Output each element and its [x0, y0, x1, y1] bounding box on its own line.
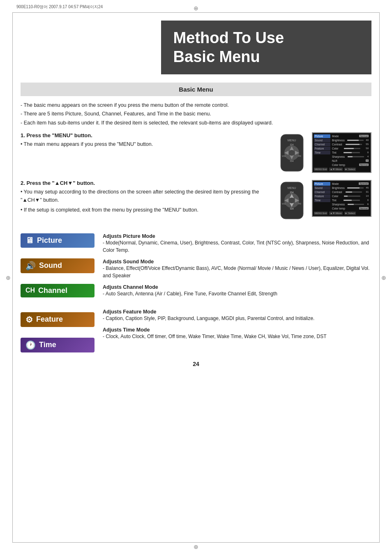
time-mode-button[interactable]: 🕐 Time [21, 338, 95, 352]
screen1-sb-time: Time [314, 151, 330, 154]
intro-line-2: - There are 5 items Picture, Sound, Chan… [21, 110, 371, 118]
step2-area: 2. Press the "▲CH▼" button. • You may se… [21, 180, 371, 221]
step1-screen: Picture Sound Channel Feature Time Mode … [312, 132, 371, 173]
modes-right-column: Adjusts Picture Mode - Mode(Normal, Dyna… [95, 233, 371, 352]
reg-mark-left: ⊕ [5, 274, 12, 281]
step2-title: 2. Press the "▲CH▼" button. [21, 180, 272, 186]
header-meta: 900E110-R0영어 2007.9.17 04:57 PM페이지24 [16, 4, 103, 10]
screen2-sb-sound: Sound [314, 186, 330, 190]
step2-bullet-1: • You may setup according to the directi… [21, 188, 272, 204]
screen2-sb-time: Time [314, 198, 330, 202]
svg-text:PR: PR [298, 155, 301, 157]
screen2-sb-channel: Channel [314, 190, 330, 194]
step1-area: 1. Press the "MENU" button. • The main m… [21, 132, 371, 173]
screen1-sb-channel: Channel [314, 143, 330, 146]
feature-desc-title: Adjusts Feature Mode [103, 309, 371, 315]
svg-text:CH: CH [290, 207, 294, 210]
sound-mode-button[interactable]: 🔊 Sound [21, 258, 95, 273]
time-desc-title: Adjusts Time Mode [103, 327, 371, 333]
modes-section: 🖥 Picture 🔊 Sound CH Channel ⚙ Feature 🕐 [21, 233, 371, 352]
time-label: Time [39, 341, 56, 349]
sound-desc: Adjusts Sound Mode - Balance, Effect(Off… [103, 259, 371, 279]
intro-line-3: - Each item has sub-items under it. If t… [21, 119, 371, 127]
screen2-sb-feature: Feature [314, 194, 330, 198]
picture-desc-title: Adjusts Picture Mode [103, 233, 371, 239]
remote-svg-1: MENU VOL PR CH CH [279, 132, 305, 173]
step1-remote: MENU VOL PR CH CH [279, 132, 305, 173]
step2-bullet-2: • If the setup is completed, exit from t… [21, 206, 272, 214]
svg-text:CH: CH [290, 191, 294, 193]
picture-desc-text: - Mode(Normal, Dynamic, Cinema, User), B… [103, 239, 371, 254]
svg-text:PR: PR [298, 203, 301, 205]
channel-desc-text: - Auto Search, Antenna (Air / Cable), Fi… [103, 290, 371, 297]
svg-text:CH: CH [290, 160, 294, 162]
picture-icon: 🖥 [25, 236, 34, 245]
picture-label: Picture [37, 236, 62, 245]
feature-icon: ⚙ [25, 315, 33, 325]
step1-text: 1. Press the "MENU" button. • The main m… [21, 132, 272, 148]
channel-icon: CH [25, 287, 35, 294]
svg-text:VOL: VOL [282, 155, 286, 157]
screen1-sb-sound: Sound [314, 138, 330, 142]
screen1-sb-picture: Picture [314, 134, 330, 138]
picture-desc: Adjusts Picture Mode - Mode(Normal, Dyna… [103, 233, 371, 254]
reg-mark-top: ⊕ [193, 5, 199, 12]
feature-mode-button[interactable]: ⚙ Feature [21, 312, 95, 327]
modes-left-column: 🖥 Picture 🔊 Sound CH Channel ⚙ Feature 🕐 [21, 233, 95, 352]
channel-desc: Adjusts Channel Mode - Auto Search, Ante… [103, 284, 371, 297]
sound-icon: 🔊 [25, 261, 36, 271]
step2-bullets: • You may setup according to the directi… [21, 188, 272, 214]
time-desc: Adjusts Time Mode - Clock, Auto Clock, O… [103, 327, 371, 340]
feature-desc-text: - Caption, Caption Style, PIP, Backgroun… [103, 315, 371, 322]
feature-label: Feature [36, 315, 63, 324]
step2-remote: MENU VOL PR CH CH [279, 180, 305, 221]
step2-screen: Picture Sound Channel Feature Time Mode … [312, 180, 371, 217]
page-number: 24 [21, 361, 371, 367]
screen2-sb-picture: Picture [314, 182, 330, 186]
remote-svg-2: MENU VOL PR CH CH [279, 180, 305, 221]
time-desc-text: - Clock, Auto Clock, Off timer, Off time… [103, 333, 371, 340]
step1-title: 1. Press the "MENU" button. [21, 132, 272, 138]
picture-mode-button[interactable]: 🖥 Picture [21, 233, 95, 248]
time-icon: 🕐 [25, 340, 36, 350]
svg-text:VOL: VOL [282, 203, 286, 205]
feature-desc: Adjusts Feature Mode - Caption, Caption … [103, 309, 371, 322]
intro-text: - The basic menu appears on the screen i… [21, 101, 371, 127]
channel-mode-button[interactable]: CH Channel [21, 284, 95, 297]
svg-text:MENU: MENU [288, 187, 296, 189]
screen1-sb-feature: Feature [314, 147, 330, 150]
svg-text:MENU: MENU [288, 139, 296, 142]
step1-body: • The main menu appears if you press the… [21, 140, 272, 148]
channel-desc-title: Adjusts Channel Mode [103, 284, 371, 290]
sound-label: Sound [39, 261, 62, 270]
sound-desc-title: Adjusts Sound Mode [103, 259, 371, 265]
reg-mark-bottom: ⊕ [193, 543, 199, 550]
page-title: Method To Use Basic Menu [173, 29, 359, 66]
step2-text: 2. Press the "▲CH▼" button. • You may se… [21, 180, 272, 214]
svg-point-7 [289, 150, 295, 156]
sound-desc-text: - Balance, Effect(Off/Voice Effect/Dynam… [103, 265, 371, 279]
channel-label: Channel [38, 286, 67, 295]
section-header: Basic Menu [21, 83, 371, 96]
svg-text:CH: CH [290, 143, 294, 146]
intro-line-1: - The basic menu appears on the screen i… [21, 101, 371, 110]
svg-point-19 [289, 198, 295, 203]
title-block: Method To Use Basic Menu [161, 21, 371, 74]
reg-mark-right: ⊕ [380, 274, 387, 281]
